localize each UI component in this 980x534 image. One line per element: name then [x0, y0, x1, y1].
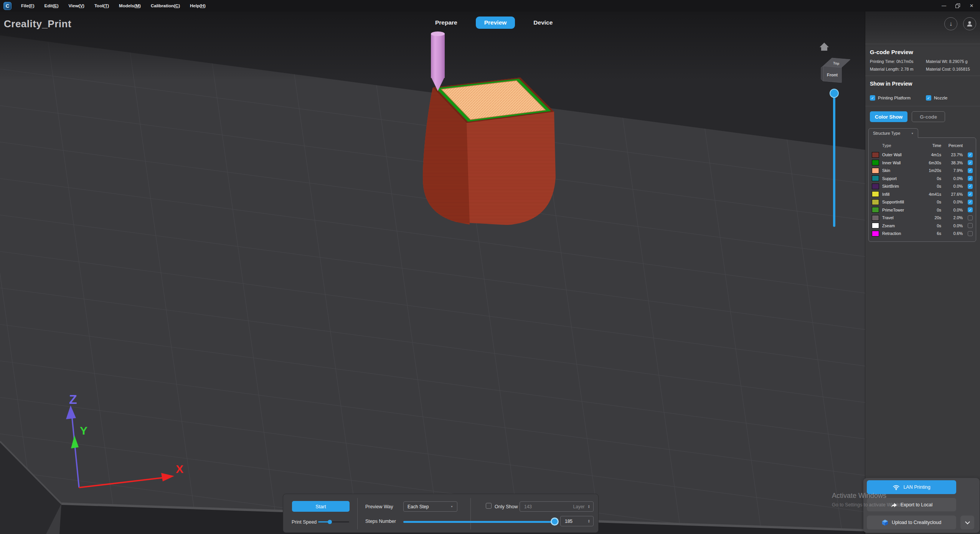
minimize-icon[interactable]: —	[939, 1, 949, 10]
gcode-stats-section: G-code Preview Printing Time: 0h17m0s Ma…	[865, 44, 980, 76]
show-in-preview-title: Show in Preview	[870, 81, 975, 87]
menu-edit[interactable]: Edit(E)	[40, 0, 64, 12]
playback-panel: Start Print Speed Preview Way Each Step …	[283, 494, 599, 533]
gcode-button[interactable]: G-code	[912, 111, 945, 122]
view-cube-front-label[interactable]: Front	[827, 73, 838, 77]
model-cube[interactable]	[420, 75, 560, 228]
stat-material-weight: Material Wt: 8.29075 g	[926, 59, 975, 64]
table-row-primetower: PrimeTower0s0.0%✓	[872, 206, 973, 214]
layer-number-input[interactable]: 143 Layer ▲▼	[520, 501, 594, 512]
table-row-skirtbrim: SkirtBrim0s0.0%✓	[872, 182, 973, 190]
structure-type-dropdown[interactable]: Structure Type ▼	[868, 128, 918, 138]
print-speed-slider[interactable]	[318, 521, 349, 522]
viewport-3d[interactable]: Top Front Z Y X	[0, 0, 980, 534]
row-checkbox[interactable]: ✓	[968, 160, 973, 165]
printing-platform-checkbox[interactable]: ✓	[870, 95, 875, 101]
user-avatar-icon	[966, 20, 973, 27]
structure-table: Type Time Percent Outer Wall4m1s23.7%✓ I…	[868, 137, 976, 242]
menu-calibration[interactable]: Calibration(C)	[146, 0, 185, 12]
export-arrow-icon	[891, 502, 897, 508]
table-row-zseam: Zseam0s0.0%	[872, 222, 973, 230]
download-button[interactable]: ↓	[944, 17, 957, 30]
table-row-outer-wall: Outer Wall4m1s23.7%✓	[872, 151, 973, 159]
view-cube-top-label[interactable]: Top	[833, 61, 840, 65]
steps-slider-handle[interactable]	[551, 517, 559, 526]
upload-to-crealitycloud-button[interactable]: Upload to Crealitycloud	[867, 516, 956, 529]
table-row-skin: Skin1m20s7.9%✓	[872, 167, 973, 175]
account-button[interactable]	[963, 17, 976, 30]
preview-way-select[interactable]: Each Step ▼	[403, 501, 457, 512]
row-checkbox[interactable]: ✓	[968, 168, 973, 173]
divider	[357, 498, 358, 529]
row-checkbox[interactable]	[968, 231, 973, 236]
only-show-checkbox[interactable]	[486, 503, 492, 509]
gcode-preview-title: G-code Preview	[870, 49, 975, 55]
color-show-button[interactable]: Color Show	[870, 111, 907, 122]
app-logo-icon[interactable]: C	[3, 2, 12, 10]
chevron-down-icon: ▼	[450, 505, 453, 508]
structure-table-header: Type Time Percent	[872, 141, 973, 150]
close-icon[interactable]: ✕	[966, 1, 977, 10]
gcode-preview-panel: G-code Preview Printing Time: 0h17m0s Ma…	[865, 12, 980, 534]
divider	[470, 498, 471, 529]
color-swatch	[872, 168, 879, 174]
tab-device[interactable]: Device	[528, 17, 558, 29]
layer-slider-handle[interactable]	[830, 89, 838, 98]
color-swatch	[872, 231, 879, 236]
menu-view[interactable]: View(V)	[64, 0, 89, 12]
row-checkbox[interactable]: ✓	[968, 152, 973, 157]
menu-bar: C File(F) Edit(E) View(V) Tool(T) Models…	[0, 0, 980, 12]
more-export-options-button[interactable]	[960, 516, 974, 529]
color-swatch	[872, 160, 879, 165]
row-checkbox[interactable]: ✓	[968, 200, 973, 205]
export-to-local-button[interactable]: Export to Local	[867, 498, 956, 511]
menu-models[interactable]: Models(M)	[114, 0, 146, 12]
print-speed-label: Print Speed	[292, 519, 317, 525]
row-checkbox[interactable]: ✓	[968, 184, 973, 189]
window-controls: — ✕	[939, 0, 980, 12]
nozzle-checkbox[interactable]: ✓	[926, 95, 931, 101]
table-row-infill: Infill4m41s27.6%✓	[872, 190, 973, 198]
steps-value-input[interactable]: 185 ▲▼	[560, 516, 594, 526]
row-checkbox[interactable]	[968, 223, 973, 228]
workflow-tabs: Prepare Preview Device	[430, 15, 558, 30]
menu-help[interactable]: Help(H)	[185, 0, 211, 12]
printing-platform-option[interactable]: ✓ Printing Platform	[870, 95, 926, 101]
color-swatch	[872, 191, 879, 197]
color-swatch	[872, 175, 879, 181]
color-swatch	[872, 184, 879, 189]
export-panel: LAN Printing Export to Local Upload to C…	[863, 478, 980, 533]
only-show-label: Only Show	[495, 504, 518, 509]
steps-spinner[interactable]: ▲▼	[588, 519, 590, 523]
preview-way-label: Preview Way	[365, 504, 393, 509]
wifi-icon	[893, 484, 900, 490]
steps-slider[interactable]	[403, 521, 556, 523]
row-checkbox[interactable]: ✓	[968, 207, 973, 212]
layer-spinner[interactable]: ▲▼	[588, 505, 590, 509]
print-speed-handle[interactable]	[328, 520, 332, 524]
menu-tool[interactable]: Tool(T)	[89, 0, 114, 12]
restore-icon[interactable]	[952, 1, 963, 10]
color-swatch	[872, 223, 879, 228]
start-button[interactable]: Start	[292, 501, 350, 512]
row-checkbox[interactable]: ✓	[968, 176, 973, 181]
crealitycloud-logo-icon	[882, 519, 888, 526]
axis-x-label: X	[176, 463, 183, 475]
row-checkbox[interactable]: ✓	[968, 192, 973, 197]
lan-printing-button[interactable]: LAN Printing	[867, 480, 956, 494]
show-in-preview-section: Show in Preview ✓ Printing Platform ✓ No…	[865, 76, 980, 106]
table-row-inner-wall: Inner Wall6m30s38.3%✓	[872, 159, 973, 167]
preview-mode-buttons: Color Show G-code	[865, 106, 980, 127]
project-title: Creality_Print	[4, 18, 71, 30]
tab-prepare[interactable]: Prepare	[430, 17, 463, 29]
axis-z-label: Z	[69, 392, 77, 407]
tab-preview[interactable]: Preview	[476, 17, 515, 29]
table-row-support: Support0s0.0%✓	[872, 175, 973, 183]
chevron-down-icon	[965, 519, 970, 524]
row-checkbox[interactable]	[968, 215, 973, 220]
nozzle-option[interactable]: ✓ Nozzle	[926, 95, 947, 101]
app-window: Top Front Z Y X C File(F) Edit(E) View(V…	[0, 0, 980, 534]
menu-file[interactable]: File(F)	[16, 0, 40, 12]
color-swatch	[872, 215, 879, 221]
gcode-stats: Printing Time: 0h17m0s Material Wt: 8.29…	[870, 59, 975, 71]
